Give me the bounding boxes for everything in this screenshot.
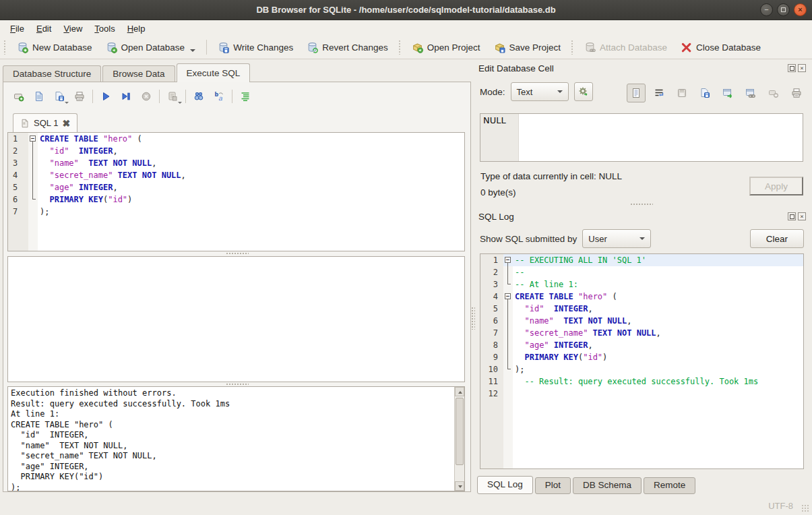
dock-tab-db-schema[interactable]: DB Schema	[573, 477, 642, 494]
dock-splitter[interactable]	[597, 202, 686, 206]
float-dock-icon[interactable]	[788, 64, 796, 72]
database-open-icon	[106, 42, 117, 53]
toolbar-handle[interactable]	[571, 40, 574, 55]
sql-file-tab[interactable]: SQL 1 ✖	[13, 113, 77, 132]
code-line: 1−-- EXECUTING ALL IN 'SQL 1'	[480, 254, 803, 266]
dock-tab-sql-log[interactable]: SQL Log	[477, 476, 533, 494]
close-dock-icon[interactable]: ×	[798, 64, 806, 72]
find-and-replace-button[interactable]: ba	[209, 88, 229, 105]
sql-log-editor[interactable]: 1−-- EXECUTING ALL IN 'SQL 1'2--3-- At l…	[480, 253, 804, 469]
open-sql-file-button[interactable]	[29, 88, 49, 105]
dock-tab-remote[interactable]: Remote	[644, 477, 695, 494]
scroll-up-icon[interactable]	[455, 387, 464, 396]
code-line: 6 "name" TEXT NOT NULL,	[480, 315, 803, 327]
scroll-down-icon[interactable]	[455, 481, 464, 491]
menu-view[interactable]: View	[57, 22, 88, 35]
execute-current-line-button[interactable]	[116, 88, 136, 105]
save-project-button[interactable]: Save Project	[487, 38, 568, 57]
find-button[interactable]	[189, 88, 209, 105]
sql-log-filter-combobox[interactable]: User	[582, 229, 651, 248]
open-database-dropdown-icon[interactable]	[190, 49, 195, 52]
open-external-button[interactable]	[718, 84, 737, 102]
new-sql-tab-button[interactable]	[9, 88, 29, 105]
execution-message-pane[interactable]: Execution finished without errors. Resul…	[7, 386, 465, 491]
toolbar-handle[interactable]	[3, 40, 7, 55]
menu-tools[interactable]: Tools	[88, 22, 121, 35]
project-save-icon	[494, 42, 505, 53]
word-wrap-button[interactable]	[650, 84, 668, 102]
export-data-button[interactable]	[695, 84, 714, 102]
fold-marker-icon[interactable]: −	[503, 254, 513, 266]
editor-results-splitter[interactable]	[3, 251, 470, 255]
message-scrollbar[interactable]	[454, 387, 464, 491]
link-icon	[745, 88, 756, 98]
code-line: 4−CREATE TABLE "hero" (	[480, 291, 803, 303]
sql-log-dock-header: SQL Log ×	[478, 212, 806, 224]
tab-browse-data[interactable]: Browse Data	[102, 65, 175, 82]
maximize-icon[interactable]	[777, 3, 790, 16]
text-document-icon	[631, 88, 642, 98]
encoding-indicator[interactable]: UTF-8	[768, 501, 793, 511]
fold-marker-icon[interactable]: −	[503, 291, 513, 303]
code-text: PRIMARY KEY("id")	[38, 193, 464, 206]
save-sql-file-button[interactable]	[49, 88, 69, 105]
auto-apply-button[interactable]	[574, 82, 593, 101]
scrollbar-thumb[interactable]	[456, 398, 464, 465]
menu-file[interactable]: File	[4, 22, 30, 35]
print-cell-button[interactable]	[787, 84, 806, 102]
close-dock-icon[interactable]: ×	[798, 212, 806, 220]
line-number: 3	[480, 278, 503, 291]
format-sql-button[interactable]	[235, 88, 255, 105]
fold-margin	[503, 388, 513, 400]
fold-margin	[28, 145, 38, 157]
dock-tab-plot[interactable]: Plot	[535, 477, 571, 494]
execute-all-button[interactable]	[96, 88, 116, 105]
print-button[interactable]	[69, 88, 90, 105]
code-text: -- Result: query executed successfully. …	[513, 375, 803, 388]
open-database-button[interactable]: Open Database	[99, 38, 203, 57]
menubar: File Edit View Tools Help	[0, 21, 812, 36]
revert-changes-button[interactable]: Revert Changes	[300, 38, 395, 57]
window-title: DB Browser for SQLite - /home/user/code/…	[256, 5, 555, 15]
new-database-button[interactable]: New Database	[10, 38, 99, 57]
code-text: "secret_name" TEXT NOT NULL,	[513, 327, 803, 339]
line-number: 2	[8, 145, 28, 157]
line-number: 7	[480, 327, 503, 339]
fold-margin	[28, 157, 38, 169]
tab-database-structure[interactable]: Database Structure	[3, 65, 101, 82]
results-grid-pane[interactable]	[7, 256, 465, 382]
mode-combobox[interactable]: Text	[511, 82, 569, 101]
code-line: 11 -- Result: query executed successfull…	[480, 375, 803, 388]
line-number: 12	[480, 388, 503, 400]
code-line: 3-- At line 1:	[480, 278, 803, 291]
fold-margin	[28, 193, 38, 206]
panel-splitter[interactable]	[471, 307, 475, 330]
close-database-button[interactable]: Close Database	[674, 38, 768, 57]
toolbar-handle[interactable]	[398, 40, 402, 55]
resize-grip[interactable]	[801, 504, 809, 512]
save-dropdown-icon[interactable]	[65, 102, 69, 104]
code-text: "name" TEXT NOT NULL,	[513, 315, 803, 327]
tab-execute-sql[interactable]: Execute SQL	[177, 63, 251, 82]
minimize-icon[interactable]: −	[760, 3, 773, 16]
text-document-button[interactable]	[627, 84, 646, 102]
cell-value-editor[interactable]: NULL	[480, 113, 803, 162]
save-results-button	[162, 88, 183, 105]
open-project-button[interactable]: Open Project	[405, 38, 487, 57]
sql-code-editor[interactable]: 1−CREATE TABLE "hero" (2 "id" INTEGER,3 …	[7, 132, 465, 251]
clear-log-button[interactable]: Clear	[750, 229, 804, 248]
fold-margin	[503, 363, 513, 375]
close-window-icon[interactable]: ×	[794, 3, 807, 16]
fold-marker-icon[interactable]: −	[28, 133, 38, 145]
code-text: "name" TEXT NOT NULL,	[38, 157, 464, 169]
write-changes-button[interactable]: Write Changes	[211, 38, 300, 57]
close-tab-icon[interactable]: ✖	[62, 118, 70, 129]
menu-help[interactable]: Help	[121, 22, 152, 35]
code-text: );	[513, 363, 803, 375]
float-dock-icon[interactable]	[788, 212, 796, 220]
link-button[interactable]	[741, 84, 760, 102]
menu-edit[interactable]: Edit	[30, 22, 57, 35]
line-number: 6	[8, 193, 28, 206]
line-number: 9	[480, 351, 503, 363]
open-file-icon	[34, 91, 44, 102]
